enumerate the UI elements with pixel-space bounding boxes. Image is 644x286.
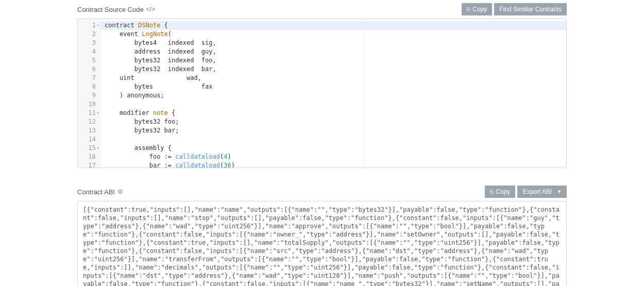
code-content[interactable]: contract DSNote { event LogNote( bytes4 … [100, 19, 566, 167]
code-icon: </> [146, 6, 155, 13]
code-line[interactable] [105, 100, 562, 109]
copy-abi-button[interactable]: ⎘ Copy [485, 186, 515, 198]
abi-actions: ⎘ Copy Export ABI ▼ [485, 186, 567, 198]
export-abi-label: Export ABI [522, 188, 552, 195]
fold-marker[interactable]: ▾ [96, 144, 100, 153]
abi-text[interactable]: [{"constant":true,"inputs":[],"name":"na… [77, 201, 567, 286]
abi-title-text: Contract ABI [77, 188, 115, 196]
copy-abi-label: Copy [496, 188, 510, 195]
line-number: 9 [78, 91, 96, 100]
source-code-section: Contract Source Code </> ⎘ Copy Find Sim… [77, 0, 567, 168]
code-line[interactable]: contract DSNote { [100, 21, 566, 30]
line-number: 11▾ [78, 109, 96, 117]
code-editor[interactable]: 1▾234567891011▾12131415▾161718192021 con… [77, 19, 567, 168]
line-number: 16 [78, 153, 96, 161]
line-number: 1▾ [78, 21, 96, 30]
line-number: 2 [78, 30, 96, 39]
source-code-header: Contract Source Code </> ⎘ Copy Find Sim… [77, 0, 567, 19]
source-code-title: Contract Source Code </> [77, 6, 155, 13]
copy-source-button[interactable]: ⎘ Copy [462, 3, 492, 15]
line-number: 3 [78, 39, 96, 47]
abi-section: Contract ABI ⚙ ⎘ Copy Export ABI ▼ [{"co… [77, 182, 567, 286]
line-number: 10 [78, 100, 96, 109]
line-number: 6 [78, 65, 96, 74]
code-line[interactable]: bytes32 indexed foo, [105, 56, 562, 65]
code-line[interactable]: bytes32 bar; [105, 126, 562, 135]
find-similar-button[interactable]: Find Similiar Contracts [494, 3, 567, 15]
line-number: 13 [78, 126, 96, 135]
line-number: 12 [78, 117, 96, 126]
code-line[interactable]: assembly { [105, 144, 562, 153]
export-abi-button[interactable]: Export ABI ▼ [517, 186, 567, 198]
line-number-gutter: 1▾234567891011▾12131415▾161718192021 [78, 19, 100, 167]
gear-icon: ⚙ [117, 188, 123, 195]
line-number: 4 [78, 47, 96, 56]
source-actions: ⎘ Copy Find Similiar Contracts [462, 3, 567, 15]
copy-icon: ⎘ [467, 6, 470, 12]
abi-header: Contract ABI ⚙ ⎘ Copy Export ABI ▼ [77, 182, 567, 201]
line-number: 7 [78, 74, 96, 82]
code-line[interactable]: bytes fax [105, 82, 562, 91]
code-line[interactable]: bytes32 indexed bar, [105, 65, 562, 74]
code-line[interactable]: ) anonymous; [105, 91, 562, 100]
line-number: 14 [78, 135, 96, 144]
code-line[interactable]: bytes4 indexed sig, [105, 39, 562, 47]
line-number: 5 [78, 56, 96, 65]
fold-marker[interactable]: ▾ [96, 21, 100, 30]
chevron-down-icon: ▼ [557, 189, 562, 194]
code-line[interactable] [105, 135, 562, 144]
line-number: 15▾ [78, 144, 96, 153]
code-line[interactable]: event LogNote( [105, 30, 562, 39]
code-line[interactable]: foo := calldataload(4) [105, 153, 562, 161]
source-code-title-text: Contract Source Code [77, 6, 144, 13]
code-line[interactable]: bytes32 foo; [105, 117, 562, 126]
abi-title: Contract ABI ⚙ [77, 188, 123, 196]
copy-icon: ⎘ [490, 189, 494, 195]
copy-label: Copy [472, 6, 487, 13]
find-similar-label: Find Similiar Contracts [499, 6, 562, 13]
code-line[interactable]: address indexed guy, [105, 47, 562, 56]
line-number: 17 [78, 161, 96, 168]
code-line[interactable]: uint wad, [105, 74, 562, 82]
code-line[interactable]: modifier note { [105, 109, 562, 117]
line-number: 8 [78, 82, 96, 91]
print-margin [364, 19, 364, 167]
code-line[interactable]: bar := calldataload(36) [105, 161, 562, 167]
fold-marker[interactable]: ▾ [96, 109, 100, 117]
